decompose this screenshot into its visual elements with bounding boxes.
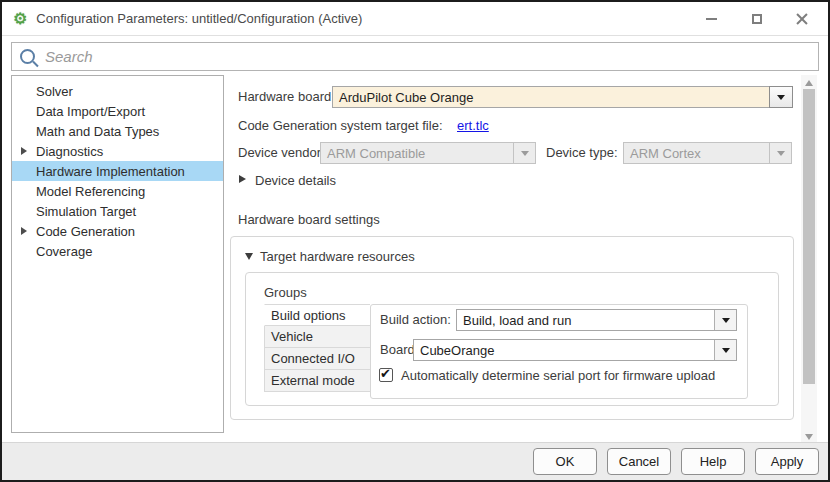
sidebar-item-solver[interactable]: Solver — [12, 81, 223, 101]
window-title: Configuration Parameters: untitled/Confi… — [36, 11, 362, 26]
dropdown-arrow-button[interactable] — [714, 310, 736, 330]
tab-vehicle[interactable]: Vehicle — [264, 326, 370, 348]
sidebar-item-label: Diagnostics — [36, 144, 103, 159]
sidebar-item-label: Math and Data Types — [36, 124, 159, 139]
board-select[interactable]: CubeOrange — [413, 339, 737, 361]
tab-label: Vehicle — [271, 329, 313, 344]
board-value: CubeOrange — [414, 340, 714, 360]
scrollbar-thumb[interactable] — [803, 89, 815, 384]
search-input[interactable] — [43, 47, 818, 66]
sidebar-item-label: Solver — [36, 84, 73, 99]
auto-serial-checkbox[interactable] — [379, 368, 393, 382]
apply-button[interactable]: Apply — [755, 448, 819, 475]
tab-external-mode[interactable]: External mode — [264, 370, 370, 392]
hardware-board-settings-label: Hardware board settings — [238, 212, 380, 227]
sidebar-item-simulation-target[interactable]: Simulation Target — [12, 201, 223, 221]
auto-serial-label: Automatically determine serial port for … — [401, 368, 715, 383]
sidebar-item-data-import-export[interactable]: Data Import/Export — [12, 101, 223, 121]
sidebar-item-label: Model Referencing — [36, 184, 145, 199]
device-details-label: Device details — [255, 173, 336, 188]
expand-arrow-icon[interactable] — [21, 147, 27, 155]
dropdown-arrow-button[interactable] — [769, 86, 793, 108]
device-type-select: ARM Cortex — [623, 142, 792, 164]
build-action-value: Build, load and run — [457, 310, 714, 330]
sidebar-item-label: Hardware Implementation — [36, 164, 185, 179]
sidebar-item-label: Coverage — [36, 244, 92, 259]
device-type-value: ARM Cortex — [624, 143, 769, 163]
sidebar: Solver Data Import/Export Math and Data … — [11, 75, 224, 433]
sidebar-item-diagnostics[interactable]: Diagnostics — [12, 141, 223, 161]
vertical-scrollbar[interactable] — [801, 75, 817, 445]
build-action-label: Build action: — [380, 312, 451, 327]
hardware-board-label: Hardware board: — [238, 89, 335, 104]
tab-label: Connected I/O — [271, 351, 355, 366]
scroll-up-icon[interactable] — [805, 80, 813, 86]
hardware-board-value: ArduPilot Cube Orange — [333, 87, 769, 107]
tab-label: External mode — [271, 373, 355, 388]
tab-label: Build options — [271, 308, 345, 323]
minimize-button[interactable] — [689, 2, 734, 35]
tab-connected-io[interactable]: Connected I/O — [264, 348, 370, 370]
search-bar — [11, 42, 819, 71]
groups-label: Groups — [264, 285, 307, 300]
maximize-button[interactable] — [734, 2, 779, 35]
close-button[interactable] — [779, 2, 824, 35]
chevron-down-icon — [722, 318, 730, 323]
dropdown-arrow-button — [769, 143, 791, 163]
sidebar-item-code-generation[interactable]: Code Generation — [12, 221, 223, 241]
device-vendor-value: ARM Compatible — [321, 143, 513, 163]
chevron-down-icon — [521, 151, 529, 156]
scroll-down-icon[interactable] — [805, 434, 813, 440]
target-file-link[interactable]: ert.tlc — [457, 118, 489, 133]
hardware-board-select[interactable]: ArduPilot Cube Orange — [332, 86, 793, 108]
target-file-label: Code Generation system target file: — [238, 118, 443, 133]
device-vendor-label: Device vendor: — [238, 145, 325, 160]
target-resources-collapse-icon[interactable] — [245, 253, 253, 260]
dropdown-arrow-button — [513, 143, 535, 163]
tab-build-options[interactable]: Build options — [264, 304, 370, 326]
help-button[interactable]: Help — [681, 448, 745, 475]
config-gear-icon: ⚙ — [13, 11, 27, 27]
device-vendor-select: ARM Compatible — [320, 142, 536, 164]
groups-tab-list: Build options Vehicle Connected I/O Exte… — [264, 304, 370, 393]
device-type-label: Device type: — [546, 145, 618, 160]
configuration-parameters-dialog: ⚙ Configuration Parameters: untitled/Con… — [0, 0, 830, 482]
target-resources-label: Target hardware resources — [260, 249, 415, 264]
search-icon — [20, 49, 35, 64]
cancel-button[interactable]: Cancel — [607, 448, 671, 475]
expand-arrow-icon[interactable] — [21, 227, 27, 235]
build-action-select[interactable]: Build, load and run — [456, 309, 737, 331]
sidebar-item-model-referencing[interactable]: Model Referencing — [12, 181, 223, 201]
close-icon — [796, 13, 808, 25]
sidebar-item-label: Data Import/Export — [36, 104, 145, 119]
dropdown-arrow-button[interactable] — [714, 340, 736, 360]
sidebar-item-hardware-implementation[interactable]: Hardware Implementation — [12, 161, 223, 181]
sidebar-item-label: Simulation Target — [36, 204, 136, 219]
chevron-down-icon — [777, 95, 785, 100]
device-details-expand-icon[interactable] — [239, 175, 246, 183]
window-controls — [689, 2, 824, 35]
sidebar-item-coverage[interactable]: Coverage — [12, 241, 223, 261]
sidebar-item-math-and-data-types[interactable]: Math and Data Types — [12, 121, 223, 141]
maximize-icon — [752, 14, 762, 24]
chevron-down-icon — [722, 348, 730, 353]
sidebar-item-label: Code Generation — [36, 224, 135, 239]
ok-button[interactable]: OK — [533, 448, 597, 475]
footer-bar: OK Cancel Help Apply — [2, 442, 828, 480]
minimize-icon — [706, 18, 717, 20]
titlebar: ⚙ Configuration Parameters: untitled/Con… — [2, 2, 828, 36]
chevron-down-icon — [777, 151, 785, 156]
